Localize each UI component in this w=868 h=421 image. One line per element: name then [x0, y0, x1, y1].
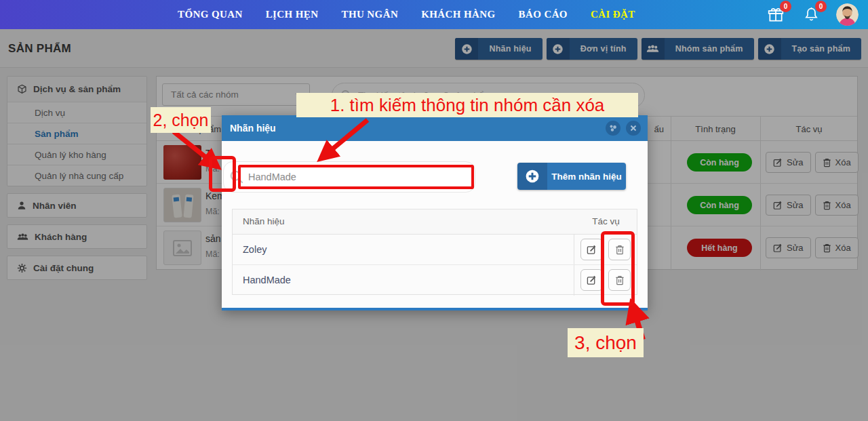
- nav-thu-ngan[interactable]: THU NGÂN: [342, 9, 399, 20]
- nav-tong-quan[interactable]: TỔNG QUAN: [178, 9, 243, 20]
- annotation-box-delete-column: [601, 231, 635, 306]
- col-brand-actions: Tác vụ: [574, 216, 638, 226]
- gift-badge: 0: [780, 1, 791, 12]
- annotation-step2: 2, chọn: [151, 107, 211, 133]
- brand-table: Nhãn hiệu Tác vụ Zoley HandMade: [232, 209, 637, 295]
- plus-icon: [517, 163, 547, 190]
- brand-modal: Nhãn hiệu Thêm nhãn hiệu: [222, 115, 648, 310]
- avatar[interactable]: [836, 3, 859, 26]
- app-window: TỔNG QUAN LỊCH HẸN THU NGÂN KHÁCH HÀNG B…: [0, 0, 868, 421]
- brand-name: HandMade: [243, 275, 291, 285]
- modal-header: Nhãn hiệu: [222, 115, 648, 141]
- brand-row: Zoley: [233, 235, 637, 265]
- nav-lich-hen[interactable]: LỊCH HẸN: [266, 9, 319, 20]
- nav-cai-dat[interactable]: CÀI ĐẶT: [591, 9, 635, 20]
- brand-name: Zoley: [243, 244, 267, 255]
- close-icon[interactable]: [626, 121, 641, 136]
- col-brand-name: Nhãn hiệu: [243, 216, 285, 226]
- bell-badge: 0: [815, 1, 827, 12]
- modal-title: Nhãn hiệu: [230, 123, 276, 134]
- annotation-box-search-input: [238, 165, 474, 189]
- edit-brand-button[interactable]: [580, 239, 603, 260]
- gift-icon[interactable]: 0: [766, 5, 786, 25]
- nav-right-icons: 0 0: [766, 0, 859, 29]
- edit-icon: [587, 275, 597, 285]
- nav-menu: TỔNG QUAN LỊCH HẸN THU NGÂN KHÁCH HÀNG B…: [178, 9, 635, 20]
- nav-bao-cao[interactable]: BÁO CÁO: [519, 9, 568, 20]
- top-nav: TỔNG QUAN LỊCH HẸN THU NGÂN KHÁCH HÀNG B…: [0, 0, 868, 29]
- brand-table-header: Nhãn hiệu Tác vụ: [233, 209, 637, 235]
- annotation-box-search-icon: [209, 156, 236, 192]
- edit-icon: [587, 245, 597, 255]
- annotation-step1: 1. tìm kiếm thông tin nhóm cần xóa: [296, 93, 638, 117]
- brand-row: HandMade: [233, 265, 637, 296]
- add-brand-button[interactable]: Thêm nhãn hiệu: [517, 163, 626, 190]
- fullscreen-icon[interactable]: [606, 121, 620, 136]
- add-brand-button-label: Thêm nhãn hiệu: [547, 163, 626, 190]
- bell-icon[interactable]: 0: [801, 5, 821, 25]
- edit-brand-button[interactable]: [580, 269, 603, 291]
- nav-khach-hang[interactable]: KHÁCH HÀNG: [421, 9, 495, 20]
- annotation-step3: 3, chọn: [568, 328, 644, 357]
